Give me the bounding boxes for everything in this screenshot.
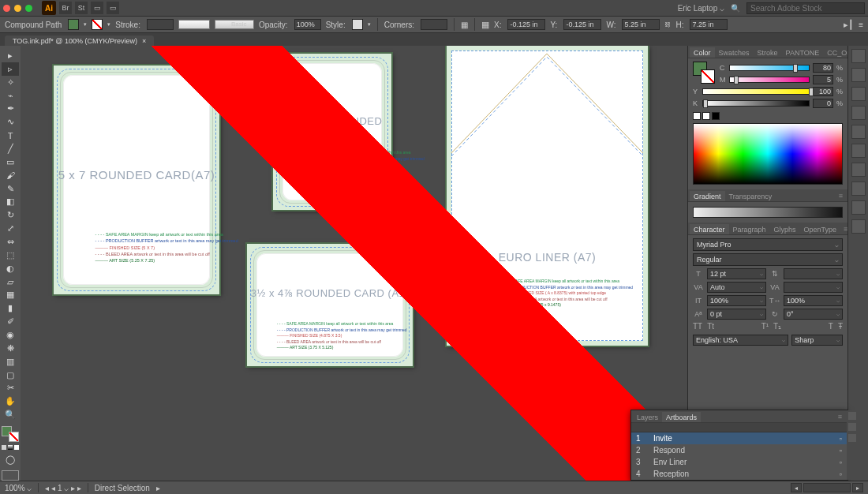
fill-swatch[interactable] <box>68 19 79 30</box>
artboard-options-icon[interactable]: ▫ <box>840 458 842 466</box>
artboard-options-icon[interactable]: ▫ <box>840 470 842 478</box>
align-icon[interactable]: ▦ <box>461 21 468 29</box>
search-icon: 🔍 <box>731 4 740 13</box>
artboard-name: Reception <box>653 470 832 478</box>
current-tool: Direct Selection <box>95 484 150 492</box>
stock-icon[interactable]: St <box>75 2 88 14</box>
stroke-weight[interactable] <box>147 19 174 30</box>
sub-icon[interactable] <box>848 412 856 420</box>
artboard-row[interactable]: 2 Respond ▫ <box>631 444 847 456</box>
stroke-swatch[interactable] <box>92 19 103 30</box>
panel-icon[interactable] <box>851 219 866 234</box>
bridge-icon[interactable]: Br <box>59 2 72 14</box>
panel-icon[interactable] <box>851 163 866 177</box>
artboard-row[interactable]: 1 Invite ▫ <box>631 432 847 444</box>
opacity-input[interactable] <box>294 19 321 30</box>
document-tab-label: TOG.ink.pdf* @ 100% (CMYK/Preview) <box>13 37 137 45</box>
corners-input[interactable] <box>421 19 447 30</box>
corners-label: Corners: <box>384 21 414 29</box>
close-icon[interactable]: × <box>142 37 146 45</box>
sub-icon[interactable] <box>848 423 856 431</box>
status-bar: 100% ⌵ ◂ ◂ 1 ⌵ ▸ ▸ Direct Selection ▸ ◂▸ <box>0 481 868 494</box>
panel-icon[interactable] <box>851 68 866 82</box>
y-input[interactable] <box>563 19 601 30</box>
color-panel: C% M% Y% K% <box>688 58 847 189</box>
search-input[interactable] <box>746 2 865 14</box>
panel-icon[interactable] <box>851 200 866 215</box>
panel-icon[interactable] <box>851 144 866 158</box>
document-tab[interactable]: TOG.ink.pdf* @ 100% (CMYK/Preview) × <box>5 36 154 46</box>
x-input[interactable] <box>507 19 545 30</box>
artboard-row[interactable]: 4 Reception ▫ <box>631 468 847 480</box>
artboard-row[interactable]: 3 Env Liner ▫ <box>631 456 847 468</box>
user-menu[interactable]: Eric Laptop ⌵ <box>678 4 724 13</box>
app-icon: Ai <box>42 1 56 15</box>
arrange-icon[interactable]: ▭ <box>91 2 103 14</box>
scroll-nav[interactable]: ◂▸ <box>791 483 863 492</box>
panel-icon[interactable] <box>851 182 866 196</box>
style-swatch[interactable] <box>352 19 363 30</box>
panel-icon[interactable] <box>851 125 866 139</box>
opacity-label: Opacity: <box>259 21 288 29</box>
transform-ref-icon[interactable]: ▦ <box>481 20 489 30</box>
selection-mode: Compound Path <box>5 21 62 29</box>
artboard-options-icon[interactable]: ▫ <box>840 447 842 455</box>
zoom-display[interactable]: 100% ⌵ <box>5 484 32 492</box>
h-input[interactable] <box>690 19 728 30</box>
artboards-panel: Layers Artboards ≡ 1 Invite ▫ 2 Respond … <box>630 410 847 481</box>
link-wh-icon[interactable]: ⛓ <box>664 21 671 28</box>
stroke-label: Stroke: <box>115 21 140 29</box>
app-menubar: Ai Br St ▭ ▭ Eric Laptop ⌵ 🔍 <box>0 0 868 16</box>
artboard-nav[interactable]: ◂ ◂ 1 ⌵ ▸ ▸ <box>45 484 80 492</box>
panel-icon[interactable] <box>851 49 866 63</box>
document-tab-bar: TOG.ink.pdf* @ 100% (CMYK/Preview) × <box>0 33 868 46</box>
artboard-options-icon[interactable]: ▫ <box>840 435 842 443</box>
artboard-name: Invite <box>653 434 832 443</box>
user-name: Eric Laptop <box>678 4 718 13</box>
w-input[interactable] <box>622 19 660 30</box>
tab-layers[interactable]: Layers <box>633 412 662 422</box>
panel-toggle-icon[interactable]: ▸┃ <box>844 20 854 30</box>
arrange2-icon[interactable]: ▭ <box>107 2 119 14</box>
window-controls[interactable] <box>3 5 32 12</box>
style-label: Style: <box>326 21 346 29</box>
status-menu-icon[interactable]: ▸ <box>156 484 160 492</box>
panel-icon[interactable] <box>851 106 866 120</box>
panel-menu-icon[interactable]: ≡ <box>835 411 845 422</box>
brush-def[interactable]: Basic <box>215 20 254 29</box>
artboard-name: Respond <box>653 446 832 455</box>
control-bar: Compound Path ▾ ▾ Stroke: Basic Opacity:… <box>0 16 868 33</box>
stroke-profile[interactable] <box>178 20 210 29</box>
color-shortcuts[interactable] <box>693 109 843 120</box>
artboard-name: Env Liner <box>653 458 832 466</box>
sub-icon[interactable] <box>848 434 856 442</box>
tab-artboards[interactable]: Artboards <box>662 412 701 422</box>
panel-menu-icon[interactable]: ≡ <box>859 21 863 29</box>
panel-icon[interactable] <box>851 87 866 101</box>
